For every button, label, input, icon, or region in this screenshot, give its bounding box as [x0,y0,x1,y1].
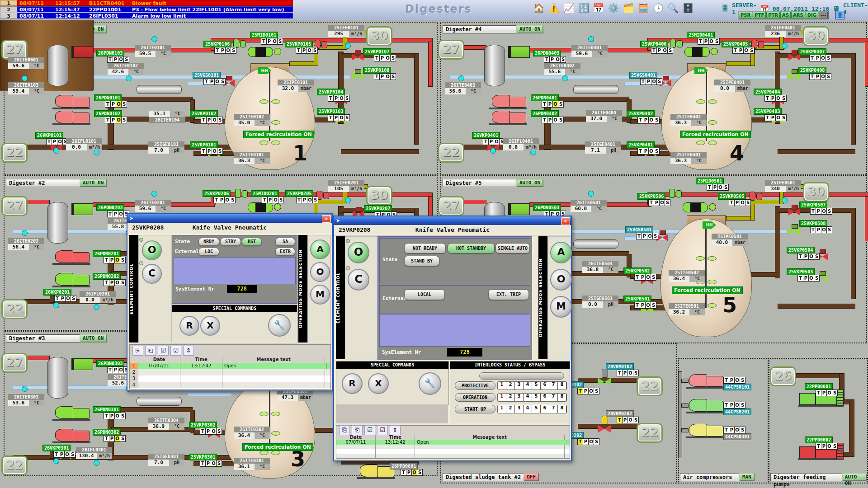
nav-badge-22[interactable]: 22 [1,143,28,163]
device-label-26PDN0302[interactable]: 26PDN0302 [93,429,121,436]
settings-warning-icon[interactable]: ⚙️ [607,2,620,14]
tpos-status-strip[interactable]: TPOS [544,56,566,63]
tpos-box-s[interactable]: S [826,208,832,215]
interlock-number[interactable]: 3 [515,382,524,389]
interlock-number[interactable]: 3 [515,394,524,401]
tpos-box-s[interactable]: S [230,197,236,203]
tpos-box-s[interactable]: S [312,47,318,54]
tpos-status-strip[interactable]: TPOS [53,451,75,458]
nav-badge-22[interactable]: 22 [1,455,28,475]
date-column-header[interactable]: Date [336,435,376,440]
device-label-25VKP0107[interactable]: 25VKP0107 [363,48,391,55]
tpos-status-strip[interactable]: TPOS [201,117,222,123]
tpos-box-s[interactable]: S [344,95,350,102]
tpos-box-s[interactable]: S [652,233,658,239]
interlock-number[interactable]: 2 [506,405,515,413]
nav-badge-22[interactable]: 22 [1,299,28,319]
interlock-number[interactable]: 8 [558,382,566,389]
tpos-box-s[interactable]: S [417,469,423,476]
interlock-number[interactable]: 2 [506,394,515,401]
device-label-26VKP0101[interactable]: 26VKP0101 [35,132,63,139]
tpos-status-strip[interactable]: TPOS [617,370,638,376]
ack-all-messages-icon[interactable]: ⎗ [145,346,156,356]
state-stby-button[interactable]: STBY [220,238,241,246]
device-label-26PPD0601[interactable]: 26PPD0601 [390,463,418,469]
device-label-26PDN0203[interactable]: 26PDN0203 [96,204,124,211]
tpos-box-s[interactable]: S [558,117,564,123]
device-label-25VKP0404[interactable]: 25VKP0404 [754,89,782,95]
interlock-number[interactable]: 8 [558,405,566,413]
nav-badge-27[interactable]: 27 [1,353,28,373]
device-label-28VKM0102[interactable]: 28VKM0102 [606,363,634,370]
tpos-box-s[interactable]: S [740,377,745,384]
device-label-26VKP0401[interactable]: 26VKP0401 [472,132,500,139]
device-label-26PDN0403[interactable]: 26PDN0403 [533,50,561,56]
device-label-25VKP0405[interactable]: 25VKP0405 [722,41,750,47]
quick-button-ptr[interactable]: PTR [766,12,780,19]
tpos-box-s[interactable]: S [312,197,318,203]
confirm-all-icon[interactable]: ☑ [170,346,181,356]
alarm-row[interactable]: 208/07/1112:15:3722PPD1001P3 - Flow belo… [0,6,293,12]
tpos-status-strip[interactable]: TPOS [105,101,127,108]
device-label-26PDN0201[interactable]: 26PDN0201 [93,250,121,257]
tpos-status-strip[interactable]: TPOS [637,117,659,123]
interlock-number[interactable]: 5 [532,405,541,413]
nav-badge-22[interactable]: 22 [637,376,663,396]
tpos-box-s[interactable]: S [217,117,223,123]
device-label-25MID0401[interactable]: 25MID0401 [687,32,715,38]
archive-server-icon[interactable]: 🗄️ [682,2,694,14]
nav-badge-27[interactable]: 27 [438,40,464,60]
state-hot-standby-button[interactable]: HOT STANDBY [448,243,495,253]
interlock-number[interactable]: 7 [549,382,558,389]
state-nrdy-button[interactable]: NRDY [198,238,219,246]
confirm-all-icon[interactable]: ☑ [377,425,388,435]
startup-interlock-numbers[interactable]: 12345678 [497,405,567,413]
message-row[interactable]: 1 07/07/11 13:12:42 Open [130,363,330,369]
tpos-box-s[interactable]: S [781,114,787,121]
device-label-26PDN0303[interactable]: 26PDN0303 [96,360,124,367]
tpos-status-strip[interactable]: TPOS [262,197,283,203]
interlock-number[interactable]: 4 [524,394,532,401]
open-button[interactable]: O [348,242,369,263]
zoom-icon[interactable]: 🔍 [667,2,679,14]
open-button[interactable]: O [142,240,162,260]
maintenance-wrench-button[interactable]: 🔧 [268,314,291,337]
tpos-box-s[interactable]: S [120,435,126,442]
home-icon[interactable]: 🏠 [533,2,545,14]
interlock-number[interactable]: 1 [498,394,506,401]
device-label-25VKP0504[interactable]: 25VKP0504 [787,247,815,253]
tpos-box-s[interactable]: S [651,302,656,309]
device-label-25VKP0507[interactable]: 25VKP0507 [799,202,827,208]
message-column-header[interactable]: Message text [222,357,325,363]
tpos-status-strip[interactable]: TPOS [577,388,599,394]
interlock-number[interactable]: 3 [515,405,524,413]
interlock-number[interactable]: 5 [532,382,541,389]
state-single-auto-button[interactable]: SINGLE AUTO [495,243,530,253]
tpos-status-strip[interactable]: TPOS [374,73,396,80]
tpos-box-s[interactable]: S [121,101,127,108]
tpos-box-s[interactable]: S [832,443,838,450]
nav-badge-27[interactable]: 27 [438,196,464,216]
tpos-box-s[interactable]: S [558,101,564,108]
tpos-box-s[interactable]: S [714,38,720,45]
device-label-25VKP0207[interactable]: 25VKP0207 [364,205,392,212]
state-sa-button[interactable]: SA [275,238,295,246]
tpos-box-s[interactable]: S [344,114,350,121]
device-label-26PDN0301[interactable]: 26PDN0301 [93,406,121,413]
interlock-number[interactable]: 7 [549,394,558,401]
tpos-status-strip[interactable]: TPOS [637,148,659,155]
tpos-status-strip[interactable]: TPOS [816,389,837,396]
tpos-status-strip[interactable]: TPOS [200,460,222,467]
x-command-button[interactable]: X [368,373,389,394]
interlock-number[interactable]: 7 [549,405,558,413]
device-label-25VKP0206[interactable]: 25VKP0206 [203,190,231,197]
tpos-status-strip[interactable]: TPOS [104,413,125,419]
tpos-box-s[interactable]: S [231,47,236,54]
tpos-status-strip[interactable]: TPOS [764,114,786,121]
tpos-box-s[interactable]: S [278,197,284,203]
device-label-25VKP0105[interactable]: 25VKP0105 [285,41,313,47]
close-icon[interactable]: ✕ [322,215,331,223]
dialog-titlebar[interactable]: ➤ ✕ [334,216,571,225]
nav-badge-30[interactable]: 30 [803,182,829,202]
tpos-status-strip[interactable]: TPOS [651,47,673,54]
